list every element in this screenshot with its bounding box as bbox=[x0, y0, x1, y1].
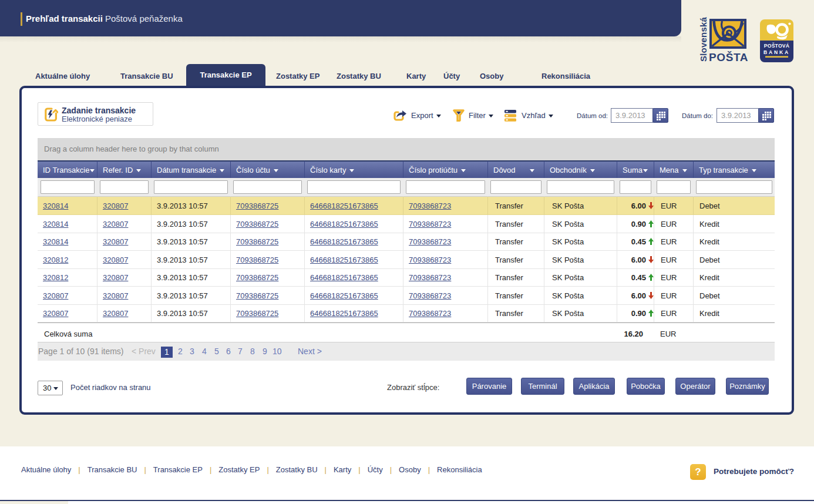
svg-text:POŠTOVÁ: POŠTOVÁ bbox=[764, 42, 789, 49]
svg-text:BANKA: BANKA bbox=[763, 49, 790, 55]
